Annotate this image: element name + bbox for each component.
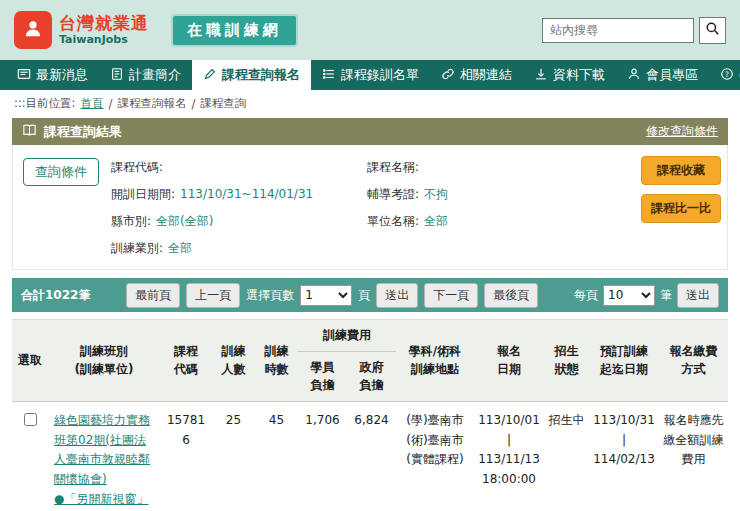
edit-query-link[interactable]: 修改查詢條件 bbox=[646, 123, 718, 140]
cell-status: 招生中 bbox=[544, 401, 589, 511]
per-page-controls: 每頁 10 筆 送出 bbox=[574, 283, 719, 308]
header-gov-fee: 政府 負擔 bbox=[347, 351, 396, 401]
header-people: 訓練 人數 bbox=[212, 320, 255, 402]
nav-item-label: 相關連結 bbox=[460, 66, 512, 84]
cell-hours: 45 bbox=[255, 401, 298, 511]
cell-location: (學)臺南市 (術)臺南市 (實體課程) bbox=[396, 401, 474, 511]
document-icon bbox=[110, 67, 124, 84]
field-course-name: 課程名稱: bbox=[367, 159, 615, 176]
breadcrumb-prefix: :::目前位置: bbox=[14, 96, 76, 111]
nav-item-course-search[interactable]: 課程查詢報名 bbox=[192, 60, 311, 90]
main-content: 課程查詢結果 修改查詢條件 查詢條件 課程代碼: 課程名稱: 開訓日期間: 11… bbox=[0, 118, 740, 511]
list-icon bbox=[322, 67, 336, 84]
search-button[interactable] bbox=[699, 17, 726, 44]
member-icon bbox=[627, 67, 641, 84]
page-submit-button[interactable]: 送出 bbox=[376, 283, 418, 308]
page-select[interactable]: 1 bbox=[300, 285, 352, 306]
pagination-bar: 合計1022筆 最前頁 上一頁 選擇頁數 1 頁 送出 下一頁 最後頁 每頁 1… bbox=[12, 278, 728, 312]
site-logo[interactable]: 台灣就業通 TaiwanJobs bbox=[14, 11, 149, 49]
field-start-date-range: 開訓日期間: 113/10/31~114/01/31 bbox=[111, 186, 359, 203]
breadcrumb-separator: / bbox=[191, 97, 195, 111]
search-input[interactable] bbox=[542, 18, 694, 43]
page-select-label: 選擇頁數 bbox=[246, 287, 294, 304]
per-page-unit-label: 筆 bbox=[660, 287, 672, 304]
next-page-button[interactable]: 下一頁 bbox=[424, 283, 478, 308]
first-page-button[interactable]: 最前頁 bbox=[126, 283, 180, 308]
breadcrumb-item-current: 課程查詢 bbox=[200, 96, 246, 111]
cell-period: 113/10/31 | 114/02/13 bbox=[589, 401, 659, 511]
field-label: 輔導考證: bbox=[367, 186, 419, 203]
nav-item-related-links[interactable]: 相關連結 bbox=[430, 60, 523, 90]
course-compare-button[interactable]: 課程比一比 bbox=[641, 194, 721, 223]
header-course-code: 課程 代碼 bbox=[160, 320, 212, 402]
logo-subtitle: TaiwanJobs bbox=[59, 33, 149, 46]
field-course-code: 課程代碼: bbox=[111, 159, 359, 176]
nav-item-downloads[interactable]: 資料下載 bbox=[523, 60, 616, 90]
svg-text:?: ? bbox=[725, 69, 729, 78]
nav-item-label: 會員專區 bbox=[646, 66, 698, 84]
prev-page-button[interactable]: 上一頁 bbox=[186, 283, 240, 308]
results-table: 選取 訓練班別 (訓練單位) 課程 代碼 訓練 人數 訓練 時數 訓練費用 學科… bbox=[12, 319, 728, 511]
cell-payment: 報名時應先繳全額訓練費用 bbox=[659, 401, 728, 511]
header-student-fee: 學員 負擔 bbox=[298, 351, 347, 401]
field-value: 不拘 bbox=[424, 186, 448, 203]
header-location: 學科/術科 訓練地點 bbox=[396, 320, 474, 402]
cell-student-fee: 1,706 bbox=[298, 401, 347, 511]
pencil-icon bbox=[203, 67, 217, 84]
header-period: 預訂訓練 起迄日期 bbox=[589, 320, 659, 402]
table-row: 綠色園藝培力實務班第02期(社團法人臺南市敦親睦鄰關懷協會) ●「另開新視窗」 … bbox=[12, 401, 728, 511]
field-value: 全部(全部) bbox=[156, 213, 213, 230]
link-icon bbox=[441, 67, 455, 84]
breadcrumb: :::目前位置: 首頁 / 課程查詢報名 / 課程查詢 bbox=[0, 90, 740, 118]
breadcrumb-item-course-search: 課程查詢報名 bbox=[117, 96, 186, 111]
course-favorite-button[interactable]: 課程收藏 bbox=[641, 156, 721, 185]
header-select: 選取 bbox=[12, 320, 48, 402]
nav-item-member-area[interactable]: 會員專區 bbox=[616, 60, 709, 90]
logo-title: 台灣就業通 bbox=[59, 14, 149, 33]
field-label: 單位名稱: bbox=[367, 213, 419, 230]
person-logo-icon bbox=[14, 11, 52, 49]
field-county: 縣市別: 全部(全部) bbox=[111, 213, 359, 230]
cell-people: 25 bbox=[212, 401, 255, 511]
header-class-name: 訓練班別 (訓練單位) bbox=[48, 320, 160, 402]
results-section-bar: 課程查詢結果 修改查詢條件 bbox=[12, 118, 728, 145]
field-value: 全部 bbox=[424, 213, 448, 230]
field-certification: 輔導考證: 不拘 bbox=[367, 186, 615, 203]
per-page-select[interactable]: 10 bbox=[603, 285, 655, 306]
field-label: 縣市別: bbox=[111, 213, 151, 230]
site-header: 台灣就業通 TaiwanJobs 在職訓練網 bbox=[0, 0, 740, 60]
header-fee-group: 訓練費用 bbox=[298, 320, 396, 352]
total-count: 合計1022筆 bbox=[21, 287, 90, 304]
nav-item-admission-list[interactable]: 課程錄訓名單 bbox=[311, 60, 430, 90]
site-search bbox=[542, 17, 726, 44]
field-training-industry: 訓練業別: 全部 bbox=[111, 240, 359, 257]
section-title: 課程查詢結果 bbox=[44, 123, 122, 141]
nav-item-label: 最新消息 bbox=[36, 66, 88, 84]
field-label: 開訓日期間: bbox=[111, 186, 175, 203]
field-unit-name: 單位名稱: 全部 bbox=[367, 213, 615, 230]
header-status: 招生 狀態 bbox=[544, 320, 589, 402]
main-nav: 最新消息 計畫簡介 課程查詢報名 課程錄訓名單 相關連結 資料下載 會員專區 ?… bbox=[0, 60, 740, 90]
nav-item-label: 計畫簡介 bbox=[129, 66, 181, 84]
last-page-button[interactable]: 最後頁 bbox=[484, 283, 538, 308]
field-label: 課程代碼: bbox=[111, 159, 163, 176]
field-value: 全部 bbox=[168, 240, 192, 257]
field-value: 113/10/31~114/01/31 bbox=[180, 187, 313, 201]
header-hours: 訓練 時數 bbox=[255, 320, 298, 402]
nav-item-qa[interactable]: ? Q&A bbox=[709, 60, 740, 90]
per-page-submit-button[interactable]: 送出 bbox=[677, 283, 719, 308]
book-icon bbox=[22, 123, 37, 141]
row-select-checkbox[interactable] bbox=[24, 413, 37, 426]
field-label: 訓練業別: bbox=[111, 240, 163, 257]
per-page-label: 每頁 bbox=[574, 287, 598, 304]
query-conditions-button[interactable]: 查詢條件 bbox=[23, 158, 99, 186]
nav-item-label: 資料下載 bbox=[553, 66, 605, 84]
nav-item-plan-intro[interactable]: 計畫簡介 bbox=[99, 60, 192, 90]
page-controls: 最前頁 上一頁 選擇頁數 1 頁 送出 下一頁 最後頁 bbox=[126, 283, 538, 308]
breadcrumb-home-link[interactable]: 首頁 bbox=[81, 96, 104, 111]
magnifier-icon bbox=[705, 21, 720, 39]
nav-item-news[interactable]: 最新消息 bbox=[6, 60, 99, 90]
header-signup-date: 報名 日期 bbox=[474, 320, 544, 402]
course-link[interactable]: 綠色園藝培力實務班第02期(社團法人臺南市敦親睦鄰關懷協會) ●「另開新視窗」 bbox=[54, 413, 150, 506]
query-conditions-panel: 查詢條件 課程代碼: 課程名稱: 開訓日期間: 113/10/31~114/01… bbox=[12, 145, 728, 270]
